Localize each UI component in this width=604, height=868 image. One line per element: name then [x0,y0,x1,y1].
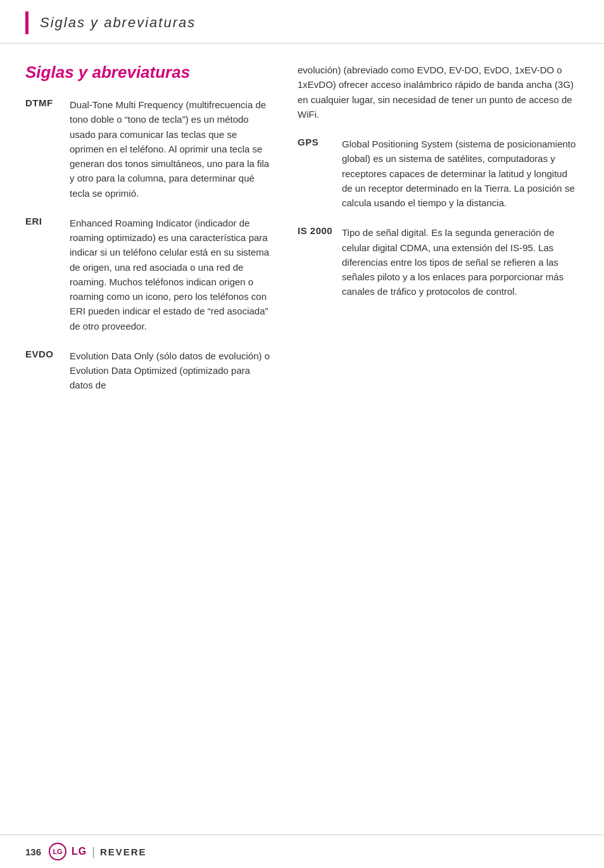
def-gps: Global Positioning System (sistema de po… [342,137,579,210]
header-title: Siglas y abreviaturas [40,15,196,31]
def-dtmf: Dual-Tone Multi Frequency (multifrecuenc… [70,97,272,201]
left-column: Siglas y abreviaturas DTMF Dual-Tone Mul… [25,63,291,822]
term-dtmf: DTMF [25,97,70,108]
evdo-continuation: evolución) (abreviado como EVDO, EV-DO, … [298,63,579,121]
def-evdo: Evolution Data Only (sólo datos de evolu… [70,349,272,393]
footer-separator: | [92,845,95,859]
entry-gps: GPS Global Positioning System (sistema d… [298,137,579,210]
entry-evdo: EVDO Evolution Data Only (sólo datos de … [25,349,272,393]
term-gps: GPS [298,137,342,147]
def-is2000: Tipo de señal digital. Es la segunda gen… [342,225,579,299]
footer-page-number: 136 [25,846,41,857]
term-evdo: EVDO [25,349,70,359]
entry-eri: ERI Enhanced Roaming Indicator (indicado… [25,216,272,333]
header-bar: Siglas y abreviaturas [0,0,604,44]
entry-is2000: IS 2000 Tipo de señal digital. Es la seg… [298,225,579,299]
lg-text: LG [72,846,87,857]
entry-dtmf: DTMF Dual-Tone Multi Frequency (multifre… [25,97,272,201]
right-column: evolución) (abreviado como EVDO, EV-DO, … [291,63,579,822]
section-title: Siglas y abreviaturas [25,63,272,82]
def-eri: Enhanced Roaming Indicator (indicador de… [70,216,272,333]
term-eri: ERI [25,216,70,226]
lg-circle-icon: LG [49,843,66,860]
def-evdo-cont: evolución) (abreviado como EVDO, EV-DO, … [298,65,574,120]
footer-brand: REVERE [100,846,147,857]
page-wrapper: Siglas y abreviaturas Siglas y abreviatu… [0,0,604,868]
footer-logo: LG LG [49,843,87,860]
header-accent [25,11,28,34]
term-is2000: IS 2000 [298,225,342,236]
footer: 136 LG LG | REVERE [0,834,604,868]
lg-circle-label: LG [53,848,62,855]
content-area: Siglas y abreviaturas DTMF Dual-Tone Mul… [0,44,604,834]
